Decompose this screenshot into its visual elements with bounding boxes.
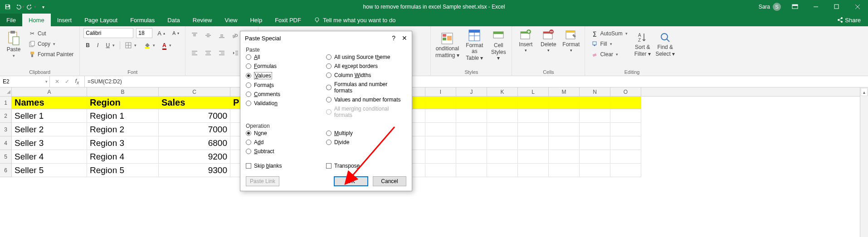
fx-button[interactable]: fx [73, 78, 82, 85]
italic-button[interactable]: I [95, 41, 101, 50]
cell-C5[interactable]: 9200 [159, 150, 230, 164]
radio-op-divide[interactable]: Divide [326, 139, 406, 145]
paste-button[interactable]: Paste ▾ [4, 29, 24, 58]
cut-button[interactable]: ✂Cut [26, 29, 76, 39]
cell-styles-button[interactable]: Cell Styles ▾ [489, 28, 508, 62]
shrink-font-button[interactable]: A▾ [170, 29, 181, 37]
tell-me-search[interactable]: Tell me what you want to do [307, 14, 402, 26]
cell-A3[interactable]: Seller 2 [12, 123, 87, 136]
col-O[interactable]: O [610, 87, 641, 96]
cell-B5[interactable]: Region 4 [87, 150, 159, 164]
share-button[interactable]: Share [829, 14, 868, 26]
conditional-formatting-button[interactable]: onditional rmatting ▾ [434, 31, 460, 58]
tab-review[interactable]: Review [186, 14, 219, 26]
align-middle-button[interactable] [203, 31, 214, 40]
font-name-select[interactable] [83, 28, 133, 38]
cell-A1[interactable]: Names [12, 97, 87, 109]
cell-B2[interactable]: Region 1 [87, 109, 159, 123]
col-B[interactable]: B [87, 87, 159, 96]
enter-formula-button[interactable]: ✓ [63, 78, 72, 85]
redo-button[interactable] [26, 2, 36, 12]
col-J[interactable]: J [456, 87, 487, 96]
undo-button[interactable] [15, 2, 24, 12]
radio-formulas[interactable]: Formulas [246, 63, 326, 69]
checkbox-transpose[interactable]: Transpose [326, 163, 406, 169]
cancel-button[interactable]: Cancel [373, 176, 406, 186]
cell-C3[interactable]: 7000 [159, 123, 230, 136]
cell-A6[interactable]: Seller 5 [12, 164, 87, 177]
maximize-button[interactable] [826, 0, 847, 14]
radio-values-number-formats[interactable]: Values and number formats [326, 97, 406, 103]
cell-A2[interactable]: Seller 1 [12, 109, 87, 123]
delete-cells-button[interactable]: Delete▾ [538, 28, 558, 53]
col-N[interactable]: N [580, 87, 610, 96]
col-M[interactable]: M [549, 87, 580, 96]
close-button[interactable] [847, 0, 868, 14]
radio-op-add[interactable]: Add [246, 139, 326, 145]
clear-button[interactable]: Clear [589, 49, 629, 59]
radio-op-multiply[interactable]: Multiply [326, 130, 406, 136]
fill-button[interactable]: Fill [589, 39, 629, 49]
find-select-button[interactable]: Find & Select ▾ [655, 31, 675, 57]
radio-formats[interactable]: Formats [246, 82, 326, 88]
tab-foxit-pdf[interactable]: Foxit PDF [268, 14, 307, 26]
col-I[interactable]: I [425, 87, 456, 96]
save-icon[interactable] [3, 2, 13, 12]
formula-input[interactable]: =SUM(C2:D2) [85, 76, 868, 87]
cell-C4[interactable]: 6800 [159, 136, 230, 150]
decrease-indent-button[interactable] [230, 48, 241, 58]
ribbon-options-button[interactable] [785, 0, 805, 14]
tab-view[interactable]: View [218, 14, 244, 26]
fill-color-button[interactable] [141, 41, 157, 50]
format-as-table-button[interactable]: Format as Table ▾ [463, 28, 486, 62]
tab-page-layout[interactable]: Page Layout [78, 14, 124, 26]
dialog-close-button[interactable]: ✕ [402, 34, 407, 42]
cell-B1[interactable]: Region [87, 97, 159, 109]
radio-formulas-number-formats[interactable]: Formulas and number formats [326, 81, 406, 94]
borders-button[interactable] [123, 41, 139, 50]
cell-A5[interactable]: Seller 4 [12, 150, 87, 164]
insert-cells-button[interactable]: Insert▾ [516, 28, 536, 53]
name-box[interactable]: E2▾ [0, 76, 50, 87]
cell-A4[interactable]: Seller 3 [12, 136, 87, 150]
sort-filter-button[interactable]: AZ Sort & Filter ▾ [633, 31, 653, 57]
tab-formulas[interactable]: Formulas [124, 14, 161, 26]
radio-validation[interactable]: Validation [246, 100, 326, 106]
col-L[interactable]: L [518, 87, 549, 96]
align-top-button[interactable] [189, 31, 200, 40]
font-color-button[interactable]: A [160, 41, 174, 50]
minimize-button[interactable] [805, 0, 826, 14]
row-head-1[interactable]: 1 [0, 97, 12, 109]
autosum-button[interactable]: ∑AutoSum [589, 29, 629, 39]
checkbox-skip-blanks[interactable]: Skip blanks [246, 163, 326, 169]
underline-button[interactable]: U [103, 41, 117, 50]
tab-data[interactable]: Data [161, 14, 186, 26]
select-all-corner[interactable] [0, 87, 12, 96]
cancel-formula-button[interactable]: ✕ [53, 78, 62, 85]
row-head-5[interactable]: 5 [0, 150, 12, 164]
align-right-button[interactable] [216, 48, 227, 58]
ok-button[interactable]: OK [334, 176, 368, 186]
tab-home[interactable]: Home [22, 14, 51, 26]
align-bottom-button[interactable] [216, 31, 227, 40]
user-account[interactable]: Sara S [755, 3, 785, 11]
copy-button[interactable]: Copy [26, 39, 76, 49]
cell-B3[interactable]: Region 2 [87, 123, 159, 136]
cell-C6[interactable]: 9300 [159, 164, 230, 177]
dialog-titlebar[interactable]: Paste Special ? ✕ [240, 31, 412, 45]
format-painter-button[interactable]: Format Painter [26, 49, 76, 59]
col-K[interactable]: K [487, 87, 518, 96]
bold-button[interactable]: B [83, 41, 92, 50]
radio-all-except-borders[interactable]: All except borders [326, 63, 406, 69]
tab-help[interactable]: Help [244, 14, 268, 26]
radio-all-source-theme[interactable]: All using Source theme [326, 54, 406, 60]
qat-customize[interactable]: ▾ [38, 2, 48, 12]
align-center-button[interactable] [203, 48, 214, 58]
cell-B4[interactable]: Region 3 [87, 136, 159, 150]
radio-op-subtract[interactable]: Subtract [246, 148, 326, 155]
radio-op-none[interactable]: None [246, 130, 326, 136]
row-head-4[interactable]: 4 [0, 136, 12, 150]
align-left-button[interactable] [189, 48, 200, 58]
cell-C1[interactable]: Sales [159, 97, 230, 109]
row-head-2[interactable]: 2 [0, 109, 12, 123]
